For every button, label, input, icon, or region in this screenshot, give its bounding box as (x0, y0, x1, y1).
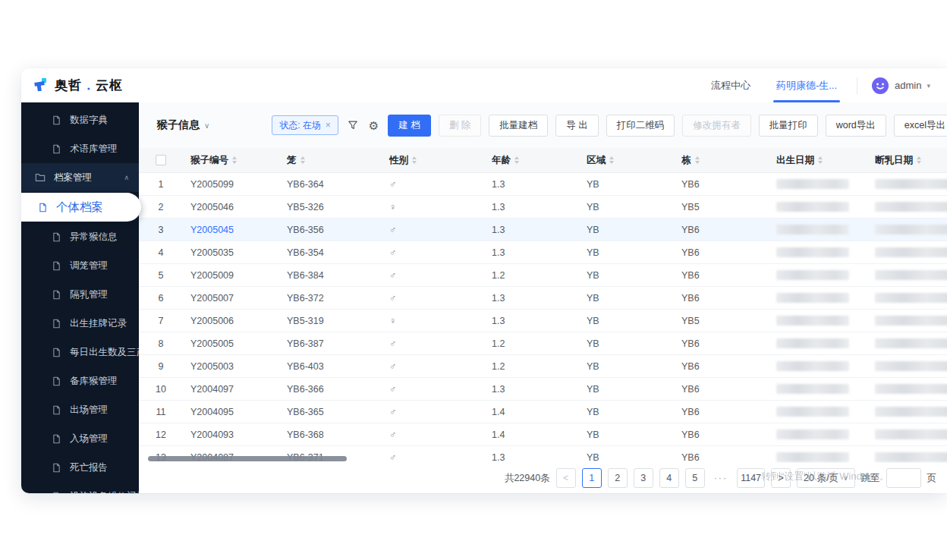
sidebar-item-2[interactable]: 档案管理∧ (21, 163, 139, 192)
page-ellipsis[interactable]: ··· (711, 468, 731, 488)
page-button-3[interactable]: 3 (634, 468, 653, 488)
column-header-2[interactable]: 性别 (382, 154, 484, 167)
sidebar-item-5[interactable]: 调笼管理 (21, 251, 139, 280)
sidebar-item-label: 数据字典 (70, 114, 108, 127)
table-row[interactable]: 8Y2005005YB6-387♂1.2YBYB6 (139, 332, 947, 355)
sidebar-item-1[interactable]: 术语库管理 (21, 134, 139, 163)
page-button-4[interactable]: 4 (659, 468, 679, 488)
table-row[interactable]: 5Y2005009YB6-384♂1.2YBYB6 (139, 264, 947, 287)
table-row[interactable]: 4Y2005035YB6-354♂1.3YBYB6 (139, 241, 947, 264)
area-cell: YB (579, 316, 674, 326)
wean-date-redacted (875, 293, 947, 303)
toolbar-button-4[interactable]: 打印二维码 (606, 115, 675, 137)
sex-cell: ♀ (382, 202, 484, 212)
filter-funnel-icon[interactable] (346, 120, 360, 131)
table-row[interactable]: 1Y2005099YB6-364♂1.3YBYB6 (139, 173, 947, 196)
column-header-3[interactable]: 年龄 (484, 154, 579, 167)
doc-icon (52, 405, 61, 415)
table-header-row: 猴子编号笼性别年龄区域栋出生日期断乳日期 (139, 148, 947, 173)
sort-icon[interactable] (412, 156, 417, 164)
horizontal-scrollbar[interactable] (148, 456, 347, 461)
sidebar-item-6[interactable]: 隔乳管理 (21, 280, 139, 309)
select-all-checkbox-cell (139, 155, 183, 165)
doc-icon (52, 232, 61, 242)
brand-text: 奥哲．云枢 (55, 77, 123, 94)
column-header-5[interactable]: 栋 (674, 154, 769, 167)
cage-cell: YB6-384 (279, 270, 382, 281)
sidebar-item-3[interactable]: 个体档案 (21, 193, 141, 222)
sidebar-item-4[interactable]: 异常猴信息 (21, 222, 139, 251)
settings-gear-icon[interactable]: ⚙ (367, 120, 380, 131)
doc-icon (52, 348, 61, 357)
nav-item-0[interactable]: 流程中心 (711, 68, 750, 102)
doc-icon (52, 261, 61, 271)
page-button-1[interactable]: 1 (582, 468, 602, 488)
birth-date-redacted (776, 225, 849, 234)
sort-icon[interactable] (300, 156, 305, 164)
table-row[interactable]: 10Y2004097YB6-366♂1.3YBYB6 (139, 378, 947, 401)
column-header-6[interactable]: 出生日期 (769, 154, 867, 167)
table-row[interactable]: 3Y2005045YB6-356♂1.3YBYB6 (139, 219, 947, 241)
row-index: 12 (139, 429, 183, 440)
age-cell: 1.3 (484, 293, 579, 304)
column-label: 猴子编号 (190, 154, 228, 167)
monkey-id-cell[interactable]: Y2005045 (183, 225, 279, 235)
jump-suffix: 页 (927, 472, 937, 485)
toolbar-button-0[interactable]: 建 档 (388, 115, 430, 137)
toolbar-button-6[interactable]: 批量打印 (759, 115, 818, 137)
building-cell: YB5 (674, 202, 769, 212)
cage-cell: YB6-368 (279, 429, 382, 440)
column-header-7[interactable]: 断乳日期 (867, 154, 947, 167)
filter-chip[interactable]: 状态: 在场 × (272, 115, 338, 135)
sidebar-item-12[interactable]: 死亡报告 (21, 453, 139, 482)
sidebar-item-11[interactable]: 入场管理 (21, 424, 139, 453)
select-all-checkbox[interactable] (156, 155, 166, 165)
title-caret-icon[interactable]: ∨ (204, 121, 209, 130)
nav-item-1[interactable]: 药明康德-生... (776, 68, 837, 102)
toolbar-button-2[interactable]: 批量建档 (489, 115, 548, 137)
sort-icon[interactable] (695, 156, 700, 164)
table-row[interactable]: 2Y2005046YB5-326♀1.3YBYB5 (139, 196, 947, 219)
toolbar-button-7[interactable]: word导出 (826, 115, 886, 137)
cage-cell: YB6-403 (279, 361, 382, 372)
row-index: 7 (139, 316, 183, 326)
sort-icon[interactable] (232, 156, 237, 164)
page-button-1147[interactable]: 1147 (737, 468, 765, 488)
sort-icon[interactable] (917, 156, 921, 164)
table-row[interactable]: 11Y2004095YB6-365♂1.4YBYB6 (139, 401, 947, 423)
table-row[interactable]: 12Y2004093YB6-368♂1.4YBYB6 (139, 423, 947, 446)
sidebar-item-7[interactable]: 出生挂牌记录 (21, 309, 139, 338)
pagination-bar: 转到“设置”以激活 Windows。 共22940条 <12345···1147… (139, 463, 947, 493)
sort-icon[interactable] (818, 156, 823, 164)
column-header-1[interactable]: 笼 (279, 154, 382, 167)
sort-icon[interactable] (609, 156, 614, 164)
sidebar-item-0[interactable]: 数据字典 (21, 105, 139, 134)
birth-date-redacted (776, 429, 849, 439)
sex-cell: ♂ (382, 247, 484, 258)
jump-page-input[interactable] (886, 468, 921, 488)
column-header-0[interactable]: 猴子编号 (183, 154, 279, 167)
sort-icon[interactable] (514, 156, 519, 164)
monkey-id-cell: Y2004095 (183, 407, 279, 417)
page-size-select[interactable]: 20 条/页 ∨ (797, 468, 854, 488)
table-row[interactable]: 6Y2005007YB6-372♂1.3YBYB6 (139, 287, 947, 310)
column-header-4[interactable]: 区域 (579, 154, 674, 167)
sidebar-item-label: 调笼管理 (70, 260, 108, 272)
table-row[interactable]: 7Y2005006YB5-319♀1.3YBYB5 (139, 310, 947, 332)
sidebar-item-9[interactable]: 备库猴管理 (21, 367, 139, 395)
monkey-id-cell: Y2005099 (183, 179, 279, 190)
table-row[interactable]: 9Y2005003YB6-403♂1.2YBYB6 (139, 355, 947, 378)
toolbar-button-8[interactable]: excel导出 (894, 115, 947, 137)
monkey-id-cell: Y2004093 (183, 429, 279, 440)
page-size-caret-icon: ∨ (843, 474, 848, 482)
cage-cell: YB5-326 (279, 202, 382, 212)
page-button-2[interactable]: 2 (608, 468, 628, 488)
sidebar-item-8[interactable]: 每日出生数及三产.. (21, 338, 139, 367)
sidebar-item-10[interactable]: 出场管理 (21, 395, 139, 424)
filter-chip-close-icon[interactable]: × (326, 120, 331, 131)
page-button-5[interactable]: 5 (685, 468, 705, 488)
toolbar-button-3[interactable]: 导 出 (555, 115, 598, 137)
next-page-button[interactable]: > (771, 468, 791, 488)
user-menu[interactable]: admin ▾ (871, 77, 930, 95)
sidebar-item-13[interactable]: 设施设备维修记录 (21, 482, 139, 493)
